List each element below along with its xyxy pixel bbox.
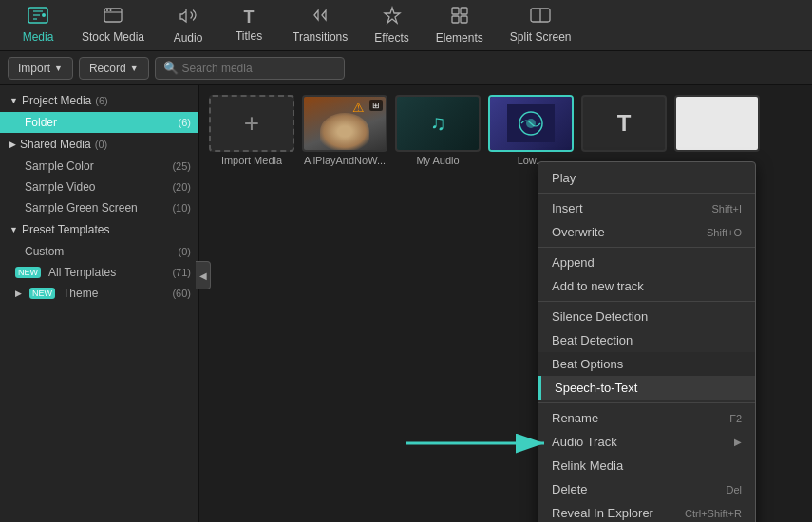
sidebar-collapse-button[interactable]: ◀ — [196, 261, 211, 289]
sample-video-label: Sample Video — [25, 180, 96, 194]
preset-templates-label: Preset Templates — [22, 223, 110, 236]
context-menu-overwrite[interactable]: Overwrite Shift+O — [538, 220, 755, 244]
sidebar-item-theme[interactable]: ▶ NEW Theme (60) — [0, 283, 198, 304]
context-menu-divider-3 — [538, 301, 755, 302]
sample-video-count: (20) — [172, 181, 191, 193]
sidebar-item-custom[interactable]: Custom (0) — [0, 241, 198, 262]
effects-icon — [383, 6, 402, 29]
context-menu-append[interactable]: Append — [538, 251, 755, 274]
context-menu: Play Insert Shift+I Overwrite Shift+O Ap… — [538, 161, 756, 522]
toolbar-elements-label: Elements — [436, 31, 483, 45]
append-label: Append — [552, 255, 595, 270]
toolbar-item-titles[interactable]: T Titles — [218, 0, 279, 51]
record-button[interactable]: Record ▼ — [79, 57, 149, 80]
custom-label: Custom — [25, 245, 64, 258]
rename-shortcut: F2 — [729, 413, 742, 424]
toolbar-effects-label: Effects — [374, 31, 408, 45]
text-thumb[interactable]: T — [581, 95, 667, 152]
elements-icon — [450, 6, 469, 29]
media-grid: + Import Media ⊞ ⚠ AllPlayAndNoW... — [209, 95, 803, 166]
all-templates-new-badge: NEW — [15, 267, 41, 278]
sidebar-item-preset-templates[interactable]: ▼ Preset Templates — [0, 218, 198, 241]
sidebar-item-sample-color[interactable]: Sample Color (25) — [0, 156, 198, 177]
split-screen-icon — [530, 7, 551, 28]
insert-shortcut: Shift+I — [712, 203, 743, 214]
svg-rect-7 — [461, 8, 467, 14]
svg-rect-6 — [452, 8, 459, 14]
import-label: Import — [18, 62, 50, 75]
toolbar-item-elements[interactable]: Elements — [423, 0, 497, 51]
toolbar-item-transitions[interactable]: Transitions — [279, 0, 361, 51]
toolbar-item-effects[interactable]: Effects — [361, 0, 422, 51]
context-menu-beat-detection[interactable]: Beat Detection — [538, 328, 755, 352]
svg-point-1 — [42, 13, 46, 17]
sidebar-item-folder[interactable]: Folder (6) — [0, 112, 198, 133]
play-label: Play — [552, 171, 576, 185]
sidebar-item-sample-video[interactable]: Sample Video (20) — [0, 177, 198, 197]
speech-to-text-label: Speech-to-Text — [555, 381, 637, 395]
import-media-thumb[interactable]: + — [209, 95, 294, 152]
context-menu-reveal-in-explorer[interactable]: Reveal In Explorer Ctrl+Shift+R — [538, 501, 755, 522]
stock-media-icon — [103, 7, 123, 28]
list-item[interactable]: ♫ My Audio — [395, 95, 481, 166]
my-audio-label: My Audio — [416, 155, 459, 166]
list-item[interactable]: + Import Media — [209, 95, 294, 166]
list-item[interactable] — [674, 95, 760, 166]
sample-color-count: (25) — [172, 160, 191, 172]
import-chevron-icon: ▼ — [54, 64, 63, 73]
project-media-chevron-icon: ▼ — [9, 96, 18, 105]
context-menu-audio-track[interactable]: Audio Track ▶ — [538, 430, 755, 454]
theme-label: Theme — [63, 287, 98, 300]
toolbar-item-stock-media[interactable]: Stock Media — [68, 0, 158, 51]
toolbar-stock-label: Stock Media — [82, 30, 144, 44]
theme-count: (60) — [172, 288, 191, 299]
white-thumb[interactable] — [674, 95, 760, 152]
list-item[interactable]: T — [581, 95, 667, 166]
record-label: Record — [89, 62, 126, 75]
context-menu-silence-detection[interactable]: Silence Detection — [538, 305, 755, 328]
context-menu-insert[interactable]: Insert Shift+I — [538, 196, 755, 220]
context-menu-add-to-new-track[interactable]: Add to new track — [538, 274, 755, 298]
context-menu-delete[interactable]: Delete Del — [538, 477, 755, 501]
all-templates-count: (71) — [172, 267, 191, 278]
titles-icon: T — [244, 8, 255, 28]
list-item[interactable]: Low... — [488, 95, 574, 166]
audio-wave-icon: ♫ — [430, 111, 446, 136]
search-input[interactable] — [182, 62, 336, 75]
sidebar-item-sample-green-screen[interactable]: Sample Green Screen (10) — [0, 197, 198, 218]
toolbar-item-media[interactable]: Media — [8, 0, 68, 51]
context-menu-beat-options[interactable]: Beat Options — [538, 352, 755, 376]
context-menu-play[interactable]: Play — [538, 166, 755, 190]
list-item[interactable]: ⊞ ⚠ AllPlayAndNoW... — [302, 95, 387, 166]
folder-count: (6) — [179, 117, 191, 128]
context-menu-divider-4 — [538, 402, 755, 403]
sidebar-item-project-media[interactable]: ▼ Project Media (6) — [0, 89, 198, 112]
sidebar-item-shared-media[interactable]: ▶ Shared Media (0) — [0, 133, 198, 156]
rename-label: Rename — [552, 411, 598, 425]
overwrite-shortcut: Shift+O — [707, 227, 742, 238]
add-to-new-track-label: Add to new track — [552, 279, 644, 293]
allplay-thumb[interactable]: ⊞ ⚠ — [302, 95, 387, 152]
context-menu-rename[interactable]: Rename F2 — [538, 406, 755, 430]
toolbar-item-split-screen[interactable]: Split Screen — [497, 0, 585, 51]
search-box[interactable]: 🔍 — [155, 57, 345, 80]
allplay-label: AllPlayAndNoW... — [304, 155, 386, 166]
low-thumb[interactable] — [488, 95, 574, 152]
import-media-label: Import Media — [221, 155, 282, 166]
project-media-count: (6) — [95, 95, 107, 106]
sidebar-item-all-templates[interactable]: NEW All Templates (71) — [0, 262, 198, 283]
shared-media-label: Shared Media — [20, 138, 91, 151]
sample-green-screen-label: Sample Green Screen — [25, 201, 138, 214]
toolbar-item-audio[interactable]: Audio — [158, 0, 218, 51]
project-media-label: Project Media — [22, 94, 91, 107]
context-menu-speech-to-text[interactable]: Speech-to-Text — [538, 376, 755, 400]
my-audio-thumb[interactable]: ♫ — [395, 95, 481, 152]
shared-media-chevron-icon: ▶ — [9, 140, 16, 149]
svg-marker-5 — [385, 8, 400, 23]
context-menu-relink-media[interactable]: Relink Media — [538, 454, 755, 477]
import-button[interactable]: Import ▼ — [8, 57, 73, 80]
silence-detection-label: Silence Detection — [552, 309, 648, 324]
overwrite-label: Overwrite — [552, 225, 605, 239]
audio-track-label: Audio Track — [552, 435, 617, 449]
custom-count: (0) — [179, 246, 191, 257]
